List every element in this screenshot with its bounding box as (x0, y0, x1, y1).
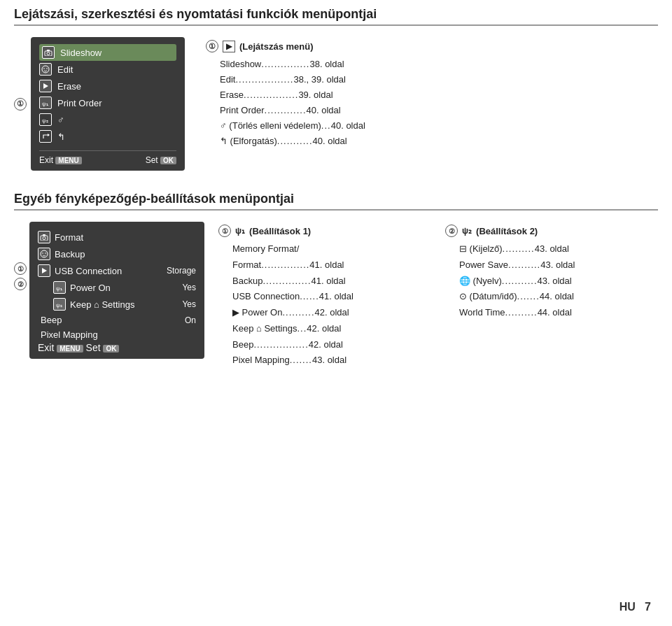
keep-settings-label: Keep ⌂ Settings (70, 299, 134, 310)
lang-label: HU (620, 601, 636, 613)
power-on-value: Yes (182, 283, 196, 292)
svg-text:ψ₂: ψ₂ (56, 302, 62, 308)
bottom-indicator-1: ① (14, 262, 27, 275)
info-row-edit: Edit..................38., 39. oldal (220, 72, 658, 87)
svg-rect-2 (47, 50, 50, 51)
print-icon: ψ₁ (39, 97, 52, 109)
bottom-menu-item-format[interactable]: Format (38, 229, 196, 246)
menu-item-slideshow[interactable]: Slideshow (39, 44, 176, 61)
bottom-menu-key: MENU (57, 345, 83, 353)
svg-text:ψ₁: ψ₁ (56, 285, 62, 292)
bottom-menu-item-power-on[interactable]: ψ₁ Power On Yes (38, 279, 196, 296)
svg-point-1 (47, 52, 50, 55)
info-row-backup: Backup...............41. oldal (232, 273, 431, 290)
bottom-panel-footer: Exit MENU Set OK (38, 342, 196, 353)
top-info-header-text: (Lejátszás menü) (239, 41, 313, 52)
power-on-label: Power On (70, 283, 111, 293)
info-row-display: ⊟ (Kijelző)..........43. oldal (459, 241, 658, 257)
bottom-heading-section: Egyéb fényképezőgép-beállítások menüpont… (14, 192, 658, 211)
print-order-label: Print Order (57, 98, 102, 108)
keep-settings-value: Yes (182, 299, 196, 309)
bottom-menu-area: ① ② Format Backup USB Connection (14, 222, 204, 369)
menu-item-rotate[interactable]: ↰ (39, 128, 176, 145)
bottom-menu-item-backup[interactable]: Backup (38, 246, 196, 262)
info-row-usb: USB Connection......41. oldal (232, 289, 431, 305)
info-row-erase: Erase.................39. oldal (220, 87, 658, 103)
info-row-pixel-mapping: Pixel Mapping.......43. oldal (232, 353, 431, 369)
lock-label: ♂ (57, 115, 64, 125)
bottom-menu-item-pixel-mapping[interactable]: Pixel Mapping (38, 327, 196, 342)
svg-point-5 (46, 68, 48, 69)
settings2-icon: ψ₂ (462, 226, 472, 236)
rotate-icon (39, 130, 52, 143)
bottom-info-circle-1: ① (218, 225, 231, 237)
play-icon (39, 80, 52, 92)
edit-label: Edit (57, 64, 73, 75)
ok-key: OK (160, 157, 176, 164)
svg-point-11 (43, 237, 46, 240)
bottom-info-col-1: ① ψ₁ (Beállítások 1) Memory Format/ Form… (218, 222, 431, 369)
svg-point-3 (42, 66, 49, 73)
side-indicators: ① ② (14, 222, 27, 290)
usb-play-icon (38, 264, 50, 277)
bottom-set-label: Set OK (86, 342, 120, 353)
top-menu-area: ① Slideshow Edit Erase (14, 37, 185, 171)
usb-value: Storage (167, 266, 196, 276)
info-row-power-save: Power Save..........43. oldal (459, 257, 658, 273)
bottom-section: ① ② Format Backup USB Connection (14, 222, 658, 369)
beep-label: Beep (38, 315, 62, 325)
bottom-menu-item-beep[interactable]: Beep On (38, 313, 196, 327)
info-row-format: Format...............41. oldal (232, 257, 431, 273)
info-row-rotate: ↰ (Elforgatás)...........40. oldal (220, 134, 658, 149)
settings1-header-text: (Beállítások 1) (249, 226, 311, 236)
bottom-info-header-1: ① ψ₁ (Beállítások 1) (218, 225, 431, 237)
info-row-print-order: Print Order.............40. oldal (220, 103, 658, 118)
top-menu-panel: Slideshow Edit Erase ψ₁ (31, 37, 185, 171)
backup-face-icon (38, 248, 50, 260)
exit-label: Exit MENU (39, 155, 82, 165)
wrench1-icon: ψ₁ (53, 281, 66, 294)
usb-label: USB Connection (55, 266, 122, 276)
menu-item-edit[interactable]: Edit (39, 61, 176, 78)
info-row-memory-format: Memory Format/ (232, 241, 431, 257)
top-info-rows: Slideshow...............38. oldal Edit..… (206, 57, 658, 150)
top-info-circle: ① (206, 40, 218, 52)
top-circle-indicator: ① (14, 98, 27, 111)
bottom-info-header-2: ② ψ₂ (Beállítások 2) (445, 225, 658, 237)
info-row-slideshow: Slideshow...............38. oldal (220, 57, 658, 72)
info-row-world-time: World Time..........44. oldal (459, 305, 658, 321)
menu-item-lock[interactable]: ψ₂ ♂ (39, 111, 176, 128)
slideshow-label: Slideshow (60, 48, 102, 58)
bottom-menu-item-keep-settings[interactable]: ψ₂ Keep ⌂ Settings Yes (38, 296, 196, 313)
bottom-info-area: ① ψ₁ (Beállítások 1) Memory Format/ Form… (218, 222, 658, 369)
bottom-info-col-2: ② ψ₂ (Beállítások 2) ⊟ (Kijelző)........… (445, 222, 658, 369)
top-heading-section: Lejátszási, szerkesztési és nyomtatási f… (14, 7, 658, 26)
info-row-language: 🌐 (Nyelv)...........43. oldal (459, 273, 658, 290)
svg-text:ψ₁: ψ₁ (42, 101, 48, 107)
menu-item-print-order[interactable]: ψ₁ Print Order (39, 94, 176, 111)
top-section: ① Slideshow Edit Erase (14, 37, 658, 171)
lock-icon: ψ₂ (39, 113, 52, 126)
info-row-datetime: ⊙ (Dátum/idő).......44. oldal (459, 289, 658, 305)
bottom-info-circle-2: ② (445, 225, 458, 237)
svg-rect-12 (43, 234, 46, 236)
beep-value: On (185, 315, 196, 325)
svg-point-13 (41, 250, 48, 257)
top-info-icon: ▶ (223, 41, 235, 52)
format-camera-icon (38, 231, 50, 243)
bottom-menu-item-usb[interactable]: USB Connection Storage (38, 262, 196, 279)
wrench2-icon: ψ₂ (53, 298, 66, 311)
bottom-info-rows-1: Memory Format/ Format...............41. … (218, 241, 431, 369)
bottom-exit-label: Exit MENU (38, 342, 83, 353)
svg-point-15 (45, 252, 46, 254)
svg-point-14 (42, 252, 43, 254)
bottom-ok-key: OK (103, 345, 119, 353)
menu-item-erase[interactable]: Erase (39, 78, 176, 94)
top-panel-footer: Exit MENU Set OK (39, 150, 176, 165)
info-row-lock: ♂ (Törlés elleni védelem)...40. oldal (220, 118, 658, 134)
page-footer: HU 7 (620, 601, 651, 613)
settings1-icon: ψ₁ (235, 226, 245, 236)
erase-label: Erase (57, 81, 81, 92)
bottom-menu-panel: Format Backup USB Connection Storage ψ₁ (29, 222, 204, 359)
top-info-header: ① ▶ (Lejátszás menü) (206, 40, 658, 52)
